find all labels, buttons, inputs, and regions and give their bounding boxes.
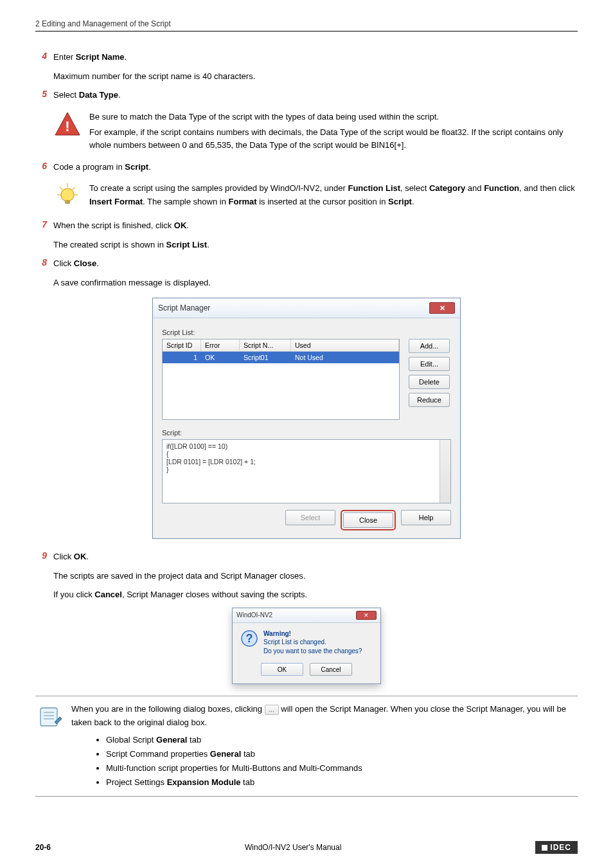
- step-5: 5 Select Data Type.: [35, 89, 578, 104]
- step-4-sub: Maximum number for the script name is 40…: [53, 70, 578, 83]
- step-7-sub: The created script is shown in Script Li…: [53, 239, 578, 251]
- confirm-message: Warning! Script List is changed. Do you …: [263, 629, 362, 656]
- step-4-text: Enter Script Name.: [53, 51, 578, 64]
- note-icon: [35, 703, 64, 731]
- step-8-text: Click Close.: [53, 257, 578, 270]
- tip-text: To create a script using the samples pro…: [89, 182, 578, 208]
- close-icon[interactable]: ✕: [356, 611, 377, 620]
- scrollbar-thumb[interactable]: [442, 442, 449, 451]
- svg-line-9: [73, 187, 75, 190]
- page-footer: 20-6 WindO/I-NV2 User's Manual IDEC: [35, 841, 578, 854]
- tip-callout: To create a script using the samples pro…: [53, 182, 578, 210]
- step-number: 8: [35, 257, 53, 273]
- note-intro: When you are in the following dialog box…: [71, 703, 578, 728]
- brand-logo: IDEC: [535, 841, 578, 854]
- question-icon: ?: [240, 629, 258, 647]
- list-item: Project Settings Expansion Module tab: [106, 775, 578, 790]
- script-list[interactable]: Script ID Error Script N... Used 1 OK Sc…: [162, 339, 400, 420]
- breadcrumb: 2 Editing and Management of the Script: [35, 19, 578, 32]
- lightbulb-icon: [53, 182, 82, 210]
- step-8: 8 Click Close.: [35, 257, 578, 273]
- svg-point-2: [57, 129, 63, 136]
- add-button[interactable]: Add...: [409, 339, 450, 353]
- select-button: Select: [285, 510, 335, 525]
- delete-button[interactable]: Delete: [409, 375, 450, 389]
- svg-point-3: [61, 188, 74, 201]
- step-9: 9 Click OK.: [35, 550, 578, 566]
- dialog-title: Script Manager: [158, 303, 210, 312]
- warning-callout: ! Be sure to match the Data Type of the …: [53, 111, 578, 152]
- warn-p2: For example, if the script contains numb…: [89, 126, 578, 152]
- list-header: Script ID Error Script N... Used: [163, 339, 399, 352]
- warn-p1: Be sure to match the Data Type of the sc…: [89, 111, 578, 123]
- step-5-text: Select Data Type.: [53, 89, 578, 102]
- svg-line-8: [60, 187, 62, 190]
- page-number: 20-6: [35, 843, 51, 852]
- close-icon[interactable]: ✕: [429, 302, 455, 314]
- script-list-label: Script List:: [162, 329, 451, 336]
- dialog-titlebar: WindOI-NV2 ✕: [233, 608, 380, 623]
- step-6-text: Code a program in Script.: [53, 161, 578, 174]
- svg-rect-4: [65, 200, 70, 204]
- warning-icon: !: [53, 111, 82, 139]
- step-number: 5: [35, 89, 53, 104]
- step-9-sub1: The scripts are saved in the project dat…: [53, 570, 578, 583]
- step-6: 6 Code a program in Script.: [35, 161, 578, 176]
- reduce-button[interactable]: Reduce: [409, 393, 450, 407]
- list-item: Script Command properties General tab: [106, 747, 578, 761]
- ellipsis-button-icon: ...: [265, 705, 279, 715]
- svg-text:!: !: [65, 118, 69, 134]
- small-dialog-title: WindOI-NV2: [236, 611, 272, 619]
- step-9-text: Click OK.: [53, 550, 578, 563]
- script-textarea[interactable]: if([LDR 0100] == 10) { [LDR 0101] = [LDR…: [162, 439, 451, 503]
- step-number: 4: [35, 51, 53, 66]
- save-confirm-dialog: WindOI-NV2 ✕ ? Warning! Script List is c…: [232, 608, 381, 685]
- dialog-titlebar: Script Manager ✕: [153, 298, 460, 318]
- script-manager-dialog: Script Manager ✕ Script List: Script ID …: [152, 298, 461, 539]
- step-number: 9: [35, 550, 53, 566]
- step-4: 4 Enter Script Name.: [35, 51, 578, 66]
- svg-text:?: ?: [246, 632, 253, 645]
- ok-button[interactable]: OK: [261, 663, 303, 676]
- help-button[interactable]: Help: [401, 510, 451, 525]
- script-label: Script:: [162, 429, 451, 437]
- close-button[interactable]: Close: [343, 512, 393, 528]
- step-number: 6: [35, 161, 53, 176]
- step-number: 7: [35, 219, 53, 235]
- list-item: Multi-function script properties for Mul…: [106, 761, 578, 775]
- list-item: Global Script General tab: [106, 733, 578, 747]
- svg-rect-12: [40, 708, 57, 726]
- step-7-text: When the script is finished, click OK.: [53, 219, 578, 232]
- step-8-sub: A save confirmation message is displayed…: [53, 276, 578, 289]
- edit-button[interactable]: Edit...: [409, 357, 450, 371]
- step-7: 7 When the script is finished, click OK.: [35, 219, 578, 235]
- step-9-sub2: If you click Cancel, Script Manager clos…: [53, 588, 578, 601]
- manual-title: WindO/I-NV2 User's Manual: [245, 843, 341, 852]
- table-row[interactable]: 1 OK Script01 Not Used: [163, 352, 399, 363]
- note-callout: When you are in the following dialog box…: [35, 696, 578, 797]
- cancel-button[interactable]: Cancel: [310, 663, 352, 676]
